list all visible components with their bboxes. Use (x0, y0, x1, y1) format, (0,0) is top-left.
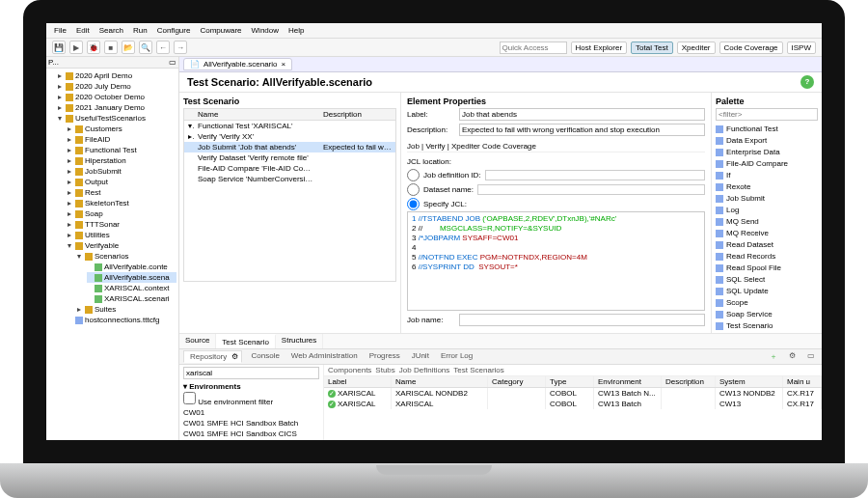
menu-edit[interactable]: Edit (74, 25, 92, 36)
tab-source[interactable]: Source (179, 334, 216, 348)
run-icon[interactable]: ▶ (69, 41, 83, 54)
tab-repository[interactable]: Repository ⚙ (183, 350, 242, 363)
help-icon[interactable]: ? (800, 75, 814, 89)
palette-item[interactable]: Read Spool File (716, 263, 818, 274)
radio-jobdef[interactable] (407, 169, 420, 181)
palette-item[interactable]: File-AID Compare (716, 158, 818, 170)
palette-item[interactable]: If (716, 170, 818, 181)
scenario-step-row[interactable]: ▸ Verify 'Verify XX' (184, 131, 395, 142)
tree-item[interactable]: AllVerifyable.scena (87, 272, 176, 283)
menu-help[interactable]: Help (286, 25, 306, 36)
menu-compuware[interactable]: Compuware (198, 25, 243, 36)
palette-item[interactable]: MQ Send (716, 216, 818, 228)
env-item[interactable]: CW01 SMFE HCI Sandbox CICS (183, 429, 319, 439)
table-row[interactable]: ✓XARISCALXARISCALCOBOLCW13 BatchCW13CX.R… (324, 399, 822, 409)
back-icon[interactable]: ← (156, 41, 170, 54)
tab-webadmin[interactable]: Web Administration (288, 350, 361, 363)
palette-item[interactable]: Soap Service (716, 309, 818, 320)
persp-ispw[interactable]: ISPW (787, 42, 816, 54)
persp-code-coverage[interactable]: Code Coverage (719, 42, 783, 54)
tree-item[interactable]: ▸2020 April Demo (58, 70, 176, 81)
menu-file[interactable]: File (52, 25, 68, 36)
scenario-step-row[interactable]: Soap Service 'NumberConversion oper' (184, 174, 395, 184)
tree-item[interactable]: XARISCAL.context (87, 283, 176, 293)
scenario-step-row[interactable]: Verify Dataset 'Verify remote file' (184, 152, 395, 163)
tab-structures[interactable]: Structures (276, 334, 323, 348)
tree-item[interactable]: ▸2020 October Demo (58, 92, 176, 102)
stop-icon[interactable]: ■ (104, 41, 118, 54)
editor-tab[interactable]: 📄 AllVerifyable.scenario × (183, 58, 292, 70)
tree-item[interactable]: ▸Suites (77, 304, 176, 315)
tree-item[interactable]: ▸Rest (68, 187, 176, 198)
tree-item[interactable]: ▸Customers (68, 124, 176, 134)
bottom-gear-icon[interactable]: ⚙ (786, 350, 799, 363)
tab-test-scenario[interactable]: Test Scenario (216, 334, 275, 348)
tab-console[interactable]: Console (248, 350, 282, 363)
debug-icon[interactable]: 🐞 (87, 41, 100, 54)
subtab-components[interactable]: Components (328, 366, 371, 374)
env-item[interactable]: CW01 SMFE HCI Sandbox Batch (183, 418, 319, 429)
search-icon[interactable]: 🔍 (139, 41, 152, 54)
palette-item[interactable]: Job Submit (716, 193, 818, 205)
close-icon[interactable]: × (281, 60, 285, 69)
palette-item[interactable]: Functional Test (716, 124, 818, 135)
repo-search[interactable] (183, 367, 319, 379)
subtab-jobdefs[interactable]: Job Definitions (399, 366, 449, 374)
bottom-min-icon[interactable]: ▭ (804, 350, 818, 363)
explorer-min-icon[interactable]: ▭ (169, 58, 176, 67)
tab-progress[interactable]: Progress (366, 350, 403, 363)
quick-access-input[interactable] (500, 42, 567, 54)
tree-item[interactable]: ▸2020 July Demo (58, 81, 176, 92)
env-item[interactable]: CW01 (183, 407, 319, 418)
bottom-add-icon[interactable]: ＋ (767, 350, 780, 363)
jobdef-input[interactable] (485, 170, 705, 180)
tab-errorlog[interactable]: Error Log (438, 350, 475, 363)
tree-item[interactable]: ▸Hiperstation (68, 155, 176, 166)
palette-item[interactable]: Enterprise Data (716, 147, 818, 158)
palette-item[interactable]: SQL Update (716, 286, 818, 297)
tree-item[interactable]: XARISCAL.scenari (87, 293, 176, 304)
label-input[interactable] (459, 108, 705, 121)
tree-item[interactable]: ▸JobSubmit (68, 166, 176, 177)
palette-item[interactable]: Rexote (716, 181, 818, 193)
jobname-input[interactable] (459, 314, 705, 326)
tree-item[interactable]: ▸Utilities (68, 230, 176, 240)
persp-total-test[interactable]: Total Test (631, 42, 673, 54)
env-filter-checkbox[interactable] (183, 392, 196, 404)
tree-item[interactable]: ▸TTTSonar (68, 219, 176, 230)
menu-search[interactable]: Search (97, 25, 125, 36)
tree-item[interactable]: ▸2021 January Demo (58, 102, 176, 113)
palette-item[interactable]: Read Dataset (716, 239, 818, 251)
menu-window[interactable]: Window (250, 25, 281, 36)
menu-run[interactable]: Run (131, 25, 149, 36)
dataset-input[interactable] (477, 184, 705, 195)
persp-host-explorer[interactable]: Host Explorer (571, 42, 627, 54)
palette-filter[interactable] (716, 108, 818, 121)
palette-item[interactable]: Scope (716, 297, 818, 309)
tree-item[interactable]: ▸Output (68, 177, 176, 187)
scenario-step-row[interactable]: ▾Functional Test 'XARISCAL' (184, 121, 395, 131)
scenario-steps-grid[interactable]: NameDescription ▾Functional Test 'XARISC… (183, 108, 396, 282)
tree-item[interactable]: ▸Soap (68, 208, 176, 219)
palette-item[interactable]: Test Scenario (716, 320, 818, 332)
open-icon[interactable]: 📂 (122, 41, 135, 54)
tree-item[interactable]: ▾UsefulTestScenarios▸Customers▸FileAID▸F… (58, 113, 176, 325)
fwd-icon[interactable]: → (174, 41, 187, 54)
ep-tabs[interactable]: Job | Verify | Xpediter Code Coverage (407, 142, 705, 152)
palette-item[interactable]: MQ Receive (716, 228, 818, 239)
radio-specifyjcl[interactable] (407, 198, 420, 210)
desc-input[interactable] (459, 124, 705, 136)
tree-item[interactable]: ▾Verifyable▾ScenariosAllVerifyable.conte… (68, 240, 176, 315)
scenario-step-row[interactable]: Job Submit 'Job that abends'Expected to … (184, 142, 395, 152)
tree-item[interactable]: ▸Functional Test (68, 145, 176, 155)
subtab-testscenarios[interactable]: Test Scenarios (453, 366, 503, 374)
persp-xpediter[interactable]: Xpediter (677, 42, 716, 54)
tree-item[interactable]: ▾ScenariosAllVerifyable.conteAllVerifyab… (77, 251, 176, 304)
tree-item[interactable]: hostconnections.tttcfg (68, 315, 176, 325)
palette-item[interactable]: Log (716, 205, 818, 216)
save-icon[interactable]: 💾 (52, 41, 66, 54)
menu-configure[interactable]: Configure (155, 25, 193, 36)
tree-item[interactable]: AllVerifyable.conte (87, 262, 176, 272)
jcl-editor[interactable]: 1 //TSTABEND JOB ('OAPBASE,2,RDEV',DTxnJ… (407, 211, 705, 311)
tree-item[interactable]: ▸SkeletonTest (68, 198, 176, 208)
